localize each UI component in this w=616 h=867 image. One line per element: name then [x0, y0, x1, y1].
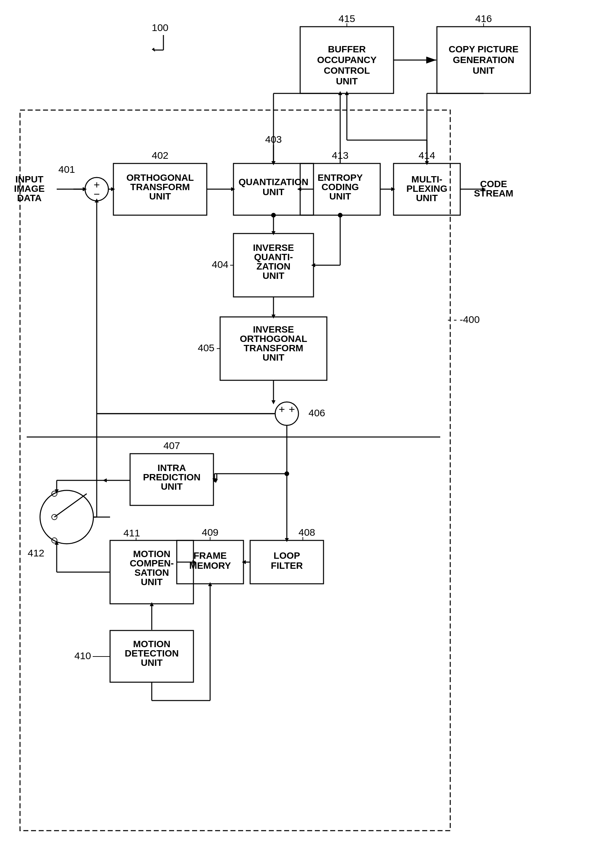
intra-text-2: PREDICTION [143, 472, 201, 482]
plus-sign-recon-2: + [289, 403, 295, 415]
entropy-text-1: ENTROPY [317, 173, 363, 183]
input-label-3: DATA [17, 193, 42, 203]
buffer-occupancy-text-1: BUFFER [328, 44, 366, 54]
ref-406: 406 [308, 407, 325, 418]
quant-text-1: QUANTIZATION [239, 177, 308, 187]
ref-405: 405 [198, 342, 214, 353]
inv-quant-text-4: UNIT [262, 271, 284, 281]
motion-comp-text-3: SATION [134, 567, 169, 578]
ref-408: 408 [299, 527, 315, 538]
motion-comp-text-1: MOTION [133, 549, 170, 559]
entropy-text-2: CODING [322, 182, 359, 192]
motion-det-text-3: UNIT [141, 658, 162, 668]
inv-quant-text-1: INVERSE [253, 242, 294, 253]
junction-quant [271, 213, 276, 217]
junction-recon [284, 471, 289, 476]
inv-ortho-text-1: INVERSE [253, 324, 294, 335]
box-400 [20, 110, 450, 831]
ref-410: 410 [74, 650, 91, 661]
switch-circle [40, 490, 93, 544]
code-stream-label-2: STREAM [474, 188, 513, 198]
entropy-text-3: UNIT [329, 191, 351, 201]
inv-ortho-text-4: UNIT [262, 352, 284, 363]
junction-entropy [338, 213, 343, 217]
ref-404: 404 [212, 259, 228, 270]
ref-412: 412 [28, 548, 44, 559]
mux-text-1: MULTI- [412, 174, 443, 184]
ref-400-label: - - -400 [448, 314, 480, 325]
copy-picture-text-2: GENERATION [453, 55, 515, 65]
input-label-2: IMAGE [14, 184, 45, 194]
arrowhead-inv-ortho-adder [272, 400, 275, 404]
switch-arm [54, 494, 87, 517]
motion-comp-text-4: UNIT [141, 577, 162, 587]
input-label-1: INPUT [15, 174, 43, 184]
inv-ortho-text-3: TRANSFORM [244, 343, 303, 353]
ref-409: 409 [202, 527, 218, 538]
copy-picture-text-3: UNIT [473, 65, 494, 76]
ref-401: 401 [58, 164, 75, 175]
intra-text-1: INTRA [157, 463, 186, 473]
ref-415: 415 [338, 13, 355, 24]
motion-det-text-1: MOTION [133, 639, 170, 649]
ref-411: 411 [123, 527, 140, 538]
frame-text-1: FRAME [193, 551, 227, 561]
code-stream-label-1: CODE [480, 179, 507, 189]
ref-416: 416 [475, 13, 492, 24]
intra-text-3: UNIT [161, 481, 182, 492]
quant-text-2: UNIT [262, 187, 284, 197]
plus-sign-recon-1: + [279, 403, 285, 415]
buffer-occupancy-text-3: CONTROL [324, 65, 370, 76]
loop-text-2: FILTER [271, 560, 303, 571]
ortho-text-1: ORTHOGONAL [126, 173, 194, 183]
motion-det-text-2: DETECTION [125, 648, 179, 659]
diagram-container: 100 - - -400 BUFFER OCCUPANCY CONTROL UN… [0, 0, 616, 867]
ortho-text-2: TRANSFORM [130, 182, 190, 192]
loop-text-1: LOOP [273, 551, 300, 561]
arrowhead-quant-entropy [297, 187, 301, 191]
inv-quant-text-2: QUANTI- [254, 252, 293, 262]
ref-402: 402 [152, 150, 168, 161]
buffer-occupancy-text-2: OCCUPANCY [317, 55, 377, 65]
mux-text-3: UNIT [416, 193, 438, 203]
ref-407: 407 [163, 440, 180, 451]
mux-text-2: PLEXING [407, 184, 448, 194]
motion-comp-text-2: COMPEN- [130, 558, 174, 568]
ortho-text-3: UNIT [149, 191, 171, 201]
inv-quant-text-3: ZATION [256, 261, 291, 272]
inv-ortho-text-2: ORTHOGONAL [240, 334, 307, 344]
buffer-occupancy-text-4: UNIT [336, 76, 358, 87]
copy-picture-text-1: COPY PICTURE [449, 44, 519, 54]
ref-100: 100 [152, 22, 168, 33]
